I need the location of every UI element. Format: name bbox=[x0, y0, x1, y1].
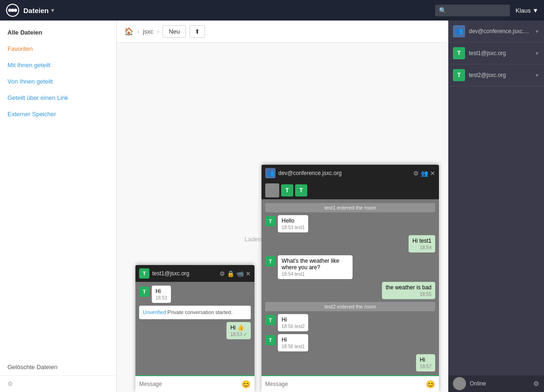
search-input[interactable] bbox=[435, 5, 510, 16]
svg-point-2 bbox=[11, 9, 14, 12]
svg-point-1 bbox=[8, 9, 12, 12]
chat-message-input-group[interactable] bbox=[265, 381, 423, 387]
breadcrumb-home-icon[interactable]: 🏠 bbox=[124, 27, 134, 36]
bubble-time-hi-test2: 18:56 test2 bbox=[282, 324, 304, 329]
chat-window-group: 👥 dev@conference.jsxc.org ⚙ 👥 ✕ T T bbox=[261, 165, 439, 392]
msg-avatar-hello: T bbox=[265, 216, 276, 226]
chat-msg-hi-test2: T Hi 18:56 test2 bbox=[265, 314, 435, 331]
breadcrumb-jsxc[interactable]: jsxc bbox=[143, 28, 153, 35]
chat-list-arrow-test2: ▼ bbox=[535, 73, 539, 78]
chat-lock-icon[interactable]: 🔒 bbox=[227, 270, 234, 277]
bubble-time-weather-reply: 18:55 bbox=[386, 292, 431, 297]
sidebar-item-externer-speicher[interactable]: Externer Speicher bbox=[0, 106, 116, 122]
chat-bubble-weather-reply: the weather is bad 18:55 bbox=[382, 282, 435, 299]
chat-messages-group: test1 entered the room T Hello 18:53 tes… bbox=[261, 199, 439, 375]
sidebar-item-geloschte-dateien[interactable]: Gelöschte Dateien bbox=[0, 359, 116, 375]
sidebar-item-alle-dateien[interactable]: Alle Dateien bbox=[0, 24, 116, 41]
emoji-button-test1[interactable]: 😊 bbox=[241, 380, 251, 389]
sidebar-item-geteilt-link[interactable]: Geteilt über einen Link bbox=[0, 90, 116, 106]
msg-avatar-weather: T bbox=[265, 256, 276, 266]
main-content-area: 🏠 › jsxc › Neu ⬆ Noch Laden Sie Inhalte … bbox=[117, 21, 448, 392]
chat-list-name-dev: dev@conference.jsxc.... bbox=[469, 28, 531, 35]
chat-settings-icon[interactable]: ⚙ bbox=[219, 270, 225, 277]
chat-msg-hi-test1-sent: Hi test1 18:54 bbox=[265, 235, 435, 252]
bubble-text-hi-test2: Hi bbox=[282, 316, 287, 323]
search-container: 🔍 bbox=[435, 5, 510, 16]
search-icon: 🔍 bbox=[439, 7, 446, 14]
right-sidebar-bottom: Online ⚙ bbox=[448, 375, 544, 392]
sidebar-label-favoriten: Favoriten bbox=[7, 45, 33, 52]
sidebar-item-mit-ihnen-geteilt[interactable]: Mit Ihnen geteilt bbox=[0, 57, 116, 73]
group-participants-row: T T bbox=[261, 182, 439, 199]
chat-msg-hello: T Hello 18:53 test1 bbox=[265, 215, 435, 232]
app-title[interactable]: Dateien bbox=[23, 7, 49, 14]
chat-list-item-test2[interactable]: T test2@jsxc.org ▼ bbox=[448, 64, 544, 86]
chat-bubble-weather: What's the weather like where you are? 1… bbox=[278, 255, 353, 279]
chat-input-bar-group: 😊 bbox=[261, 375, 439, 392]
chat-bubble-hi: Hi 18:53 bbox=[152, 286, 171, 303]
bubble-text-hi-final: Hi bbox=[420, 357, 425, 363]
chat-avatar-test1: T bbox=[139, 268, 149, 279]
system-msg-test2-entered: test2 entered the room bbox=[265, 302, 435, 311]
chat-list-item-dev-conference[interactable]: 👥 dev@conference.jsxc.... ▼ bbox=[448, 21, 544, 42]
group-close-icon[interactable]: ✕ bbox=[430, 170, 435, 177]
bubble-time-hello: 18:53 test1 bbox=[282, 225, 304, 230]
participant-avatar-t2: T bbox=[295, 184, 307, 196]
sidebar-settings-icon[interactable]: ⚙ bbox=[7, 380, 13, 387]
upload-button[interactable]: ⬆ bbox=[190, 25, 205, 38]
emoji-button-group[interactable]: 😊 bbox=[426, 380, 435, 389]
sidebar-item-von-ihnen-geteilt[interactable]: Von Ihnen geteilt bbox=[0, 73, 116, 90]
bubble-time-sent: 18:53 ✓ bbox=[230, 332, 247, 337]
chat-avatar-group-icon: 👥 bbox=[453, 25, 465, 37]
chat-bubble-hi-test1-recv: Hi 18:56 test1 bbox=[278, 334, 308, 351]
chat-bubble-hi-sent-final: Hi 18:57 bbox=[416, 354, 435, 371]
msg-avatar-test2: T bbox=[265, 315, 276, 325]
bubble-time-hi-test1: 18:54 bbox=[412, 245, 431, 250]
chat-avatar-t1: T bbox=[453, 47, 465, 59]
breadcrumb-sep-2: › bbox=[157, 28, 159, 35]
unverified-link[interactable]: Unverified bbox=[143, 309, 166, 315]
new-button[interactable]: Neu bbox=[162, 25, 186, 38]
chat-messages-test1: T Hi 18:53 Unverified Private conversati… bbox=[135, 282, 254, 375]
chat-list-arrow-test1: ▼ bbox=[535, 51, 539, 56]
upload-icon: ⬆ bbox=[195, 28, 200, 35]
sidebar-label-externer-speicher: Externer Speicher bbox=[7, 111, 56, 118]
sidebar-label-von-ihnen-geteilt: Von Ihnen geteilt bbox=[7, 78, 53, 85]
online-settings-icon[interactable]: ⚙ bbox=[533, 380, 539, 387]
bubble-text-weather: What's the weather like where you are? bbox=[282, 258, 339, 271]
sidebar-label-mit-ihnen-geteilt: Mit Ihnen geteilt bbox=[7, 62, 50, 69]
sidebar-item-favoriten[interactable]: Favoriten bbox=[0, 41, 116, 57]
bubble-time-weather: 18:54 test1 bbox=[282, 272, 349, 277]
sidebar-label-alle-dateien: Alle Dateien bbox=[7, 29, 42, 36]
user-menu[interactable]: Klaus ▼ bbox=[516, 7, 538, 14]
chat-avatar-t2: T bbox=[453, 69, 465, 81]
sidebar-label-geteilt-link: Geteilt über einen Link bbox=[7, 94, 68, 101]
chat-msg-hi-test1-recv: T Hi 18:56 test1 bbox=[265, 334, 435, 351]
chat-video-icon[interactable]: 📹 bbox=[236, 270, 244, 277]
chat-list-name-test2: test2@jsxc.org bbox=[469, 72, 531, 78]
chat-close-icon[interactable]: ✕ bbox=[246, 270, 251, 277]
title-dropdown-arrow: ▼ bbox=[50, 7, 55, 13]
chat-header-icons-test1: ⚙ 🔒 📹 ✕ bbox=[219, 270, 251, 277]
chat-msg-weather-question: T What's the weather like where you are?… bbox=[265, 255, 435, 279]
user-arrow-icon: ▼ bbox=[532, 7, 538, 14]
group-settings-icon[interactable]: ⚙ bbox=[413, 170, 419, 177]
online-user-avatar bbox=[453, 377, 466, 390]
check-icon: ✓ bbox=[243, 332, 247, 337]
main-layout: Alle Dateien Favoriten Mit Ihnen geteilt… bbox=[0, 21, 544, 392]
breadcrumb-sep-1: › bbox=[137, 28, 139, 35]
group-members-icon[interactable]: 👥 bbox=[421, 170, 428, 177]
bubble-time-hi-test1-recv: 18:56 test1 bbox=[282, 344, 304, 349]
chat-bubble-hi-test2: Hi 18:56 test2 bbox=[278, 314, 308, 331]
participant-avatar-photo bbox=[265, 183, 279, 197]
chat-header-group: 👥 dev@conference.jsxc.org ⚙ 👥 ✕ bbox=[261, 165, 439, 182]
left-sidebar: Alle Dateien Favoriten Mit Ihnen geteilt… bbox=[0, 21, 117, 392]
right-sidebar: 👥 dev@conference.jsxc.... ▼ T test1@jsxc… bbox=[448, 21, 544, 392]
unverified-notice: Unverified Private conversation started. bbox=[139, 306, 251, 319]
participant-avatar-t1: T bbox=[281, 184, 293, 196]
chat-list-name-test1: test1@jsxc.org bbox=[469, 50, 531, 56]
app-logo[interactable] bbox=[6, 3, 20, 17]
msg-avatar-test1-recv: T bbox=[265, 335, 276, 345]
chat-list-item-test1[interactable]: T test1@jsxc.org ▼ bbox=[448, 42, 544, 64]
chat-message-input-test1[interactable] bbox=[139, 381, 239, 387]
